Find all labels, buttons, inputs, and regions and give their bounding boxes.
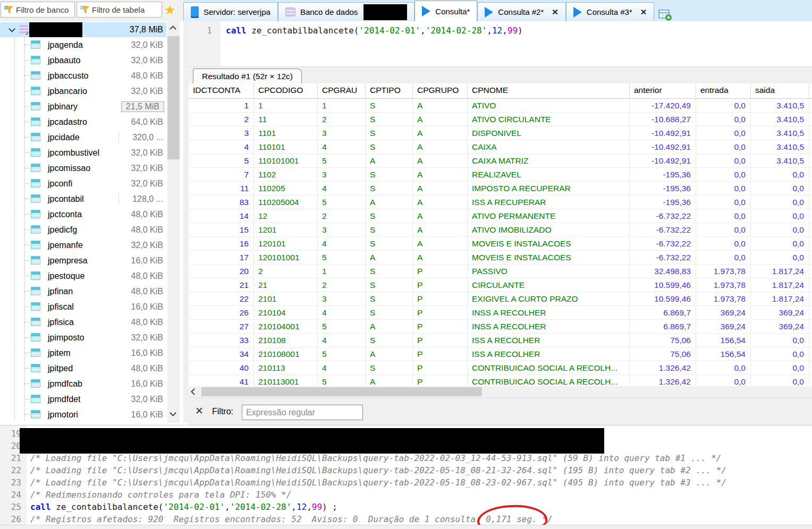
grid-cell[interactable]: -6.732,22: [630, 223, 696, 236]
tab-query-2[interactable]: Consulta #2*✕: [477, 2, 565, 21]
grid-cell[interactable]: 2: [254, 264, 318, 278]
table-row[interactable]: 171201010015AAMOVEIS E INSTALACOES-6.732…: [189, 251, 812, 264]
sql-log-panel[interactable]: 192021/* Loading file "C:\Users\jmcqu\Ap…: [0, 425, 812, 529]
grid-cell[interactable]: 369,24: [696, 306, 751, 319]
grid-cell[interactable]: 110205: [254, 182, 318, 195]
sidebar-item-jpbaauto[interactable]: jpbaauto32,0 KiB: [0, 53, 166, 68]
tab-query-3[interactable]: Consulta #3*✕: [566, 2, 654, 21]
grid-cell[interactable]: 40: [189, 361, 254, 374]
grid-cell[interactable]: 0,0: [696, 182, 751, 195]
grid-cell[interactable]: 34: [189, 347, 254, 361]
grid-cell[interactable]: A: [413, 154, 468, 167]
table-row[interactable]: 161201014SAMOVEIS E INSTALACOES-6.732,22…: [189, 237, 812, 251]
grid-cell[interactable]: 3.410,5: [751, 140, 809, 153]
chevron-down-icon[interactable]: [9, 25, 15, 32]
grid-cell[interactable]: A: [413, 237, 468, 250]
grid-cell[interactable]: 0,0: [751, 209, 809, 223]
grid-cell[interactable]: PASSIVO: [468, 264, 630, 278]
grid-cell[interactable]: 1: [318, 99, 366, 112]
grid-cell[interactable]: P: [413, 320, 468, 333]
grid-cell[interactable]: 1102: [254, 168, 318, 181]
sidebar-item-jpcontabil[interactable]: jpcontabil128,0 ...: [0, 191, 166, 207]
grid-cell[interactable]: 1: [254, 99, 318, 112]
grid-cell[interactable]: 156,54: [696, 347, 751, 361]
grid-cell[interactable]: S: [366, 237, 413, 250]
grid-cell[interactable]: 15: [189, 223, 254, 236]
table-row[interactable]: 311013SADISPONIVEL-10.492,910,03.410,5: [189, 126, 812, 140]
grid-cell[interactable]: CAIXA MATRIZ: [468, 154, 630, 167]
grid-cell[interactable]: 26: [189, 306, 254, 319]
grid-cell[interactable]: 0,0: [696, 223, 751, 236]
grid-cell[interactable]: 83: [189, 195, 254, 209]
sidebar-item-jpagenda[interactable]: jpagenda32,0 KiB: [0, 37, 166, 53]
column-header-cpgrau[interactable]: CPGRAU: [318, 83, 366, 98]
grid-cell[interactable]: S: [366, 361, 413, 374]
grid-cell[interactable]: 75,06: [630, 347, 696, 361]
grid-cell[interactable]: -195,36: [630, 182, 696, 195]
grid-cell[interactable]: 0,0: [751, 375, 809, 386]
grid-cell[interactable]: 0,0: [751, 347, 809, 361]
sidebar-item-jpcidade[interactable]: jpcidade320,0 ...: [0, 130, 166, 145]
grid-cell[interactable]: A: [413, 140, 468, 153]
grid-cell[interactable]: 4: [318, 182, 366, 195]
grid-cell[interactable]: A: [413, 168, 468, 181]
table-row[interactable]: 272101040015APINSS A RECOLHER6.869,7369,…: [189, 320, 812, 334]
sidebar-item-jpmdfcab[interactable]: jpmdfcab16,0 KiB: [0, 376, 166, 391]
grid-cell[interactable]: S: [366, 306, 413, 319]
grid-horizontal-scrollbar[interactable]: [189, 386, 812, 397]
grid-cell[interactable]: 11: [254, 113, 318, 126]
grid-cell[interactable]: A: [413, 251, 468, 264]
clear-filter-icon[interactable]: ✕: [195, 405, 204, 417]
grid-cell[interactable]: ATIVO: [468, 99, 630, 112]
grid-cell[interactable]: 0,0: [751, 195, 809, 209]
grid-cell[interactable]: 369,24: [751, 320, 809, 333]
grid-cell[interactable]: 5: [318, 195, 366, 209]
grid-cell[interactable]: 0,0: [696, 375, 751, 386]
table-row[interactable]: 711023SAREALIZAVEL-195,360,00,0: [189, 168, 812, 182]
grid-cell[interactable]: -10.492,91: [630, 154, 696, 167]
grid-cell[interactable]: 120101001: [254, 251, 318, 264]
grid-cell[interactable]: S: [366, 278, 413, 292]
grid-cell[interactable]: 0,0: [751, 251, 809, 264]
grid-cell[interactable]: S: [366, 223, 413, 236]
result-grid[interactable]: IDCTCONTACPCODIGOCPGRAUCPTIPOCPGRUPOCPNO…: [189, 83, 812, 386]
grid-cell[interactable]: 32.498,83: [630, 264, 696, 278]
table-row[interactable]: 831102050045AAISS A RECUPERAR-195,360,00…: [189, 195, 812, 209]
grid-cell[interactable]: 110205004: [254, 195, 318, 209]
grid-cell[interactable]: 33: [189, 334, 254, 347]
grid-cell[interactable]: INSS A RECOLHER: [468, 306, 630, 319]
table-filter-input[interactable]: [92, 5, 158, 14]
grid-cell[interactable]: -10.492,91: [630, 126, 696, 140]
grid-cell[interactable]: 156,54: [696, 334, 751, 347]
grid-cell[interactable]: 10.599,46: [630, 278, 696, 292]
sidebar-item-jpbinary[interactable]: jpbinary21,5 MiB: [0, 99, 166, 114]
grid-cell[interactable]: REALIZAVEL: [468, 168, 630, 181]
grid-cell[interactable]: 5: [318, 251, 366, 264]
grid-cell[interactable]: 6.869,7: [630, 306, 696, 319]
close-tab-icon[interactable]: ✕: [552, 7, 559, 17]
grid-cell[interactable]: 0,0: [696, 209, 751, 223]
grid-cell[interactable]: 3.410,5: [751, 113, 809, 126]
grid-cell[interactable]: 2101: [254, 292, 318, 305]
grid-cell[interactable]: -195,36: [630, 168, 696, 181]
column-header-cpgrupo[interactable]: CPGRUPO: [413, 83, 468, 98]
grid-cell[interactable]: 5: [318, 347, 366, 361]
grid-cell[interactable]: 3.410,5: [751, 99, 809, 112]
grid-cell[interactable]: P: [413, 278, 468, 292]
grid-cell[interactable]: ISS A RECOLHER: [468, 347, 630, 361]
grid-cell[interactable]: 1: [318, 264, 366, 278]
grid-cell[interactable]: 1.817,24: [751, 264, 809, 278]
grid-cell[interactable]: 2: [318, 278, 366, 292]
grid-cell[interactable]: -6.732,22: [630, 237, 696, 250]
grid-cell[interactable]: 2: [318, 113, 366, 126]
table-row[interactable]: 2221013SPEXIGIVEL A CURTO PRAZO10.599,46…: [189, 292, 812, 306]
grid-cell[interactable]: -6.732,22: [630, 251, 696, 264]
grid-cell[interactable]: S: [366, 99, 413, 112]
table-row[interactable]: 342101080015APISS A RECOLHER75,06156,540…: [189, 347, 812, 361]
database-tree-node[interactable]: 37,8 MiB: [0, 22, 166, 37]
grid-cell[interactable]: 4: [318, 334, 366, 347]
grid-cell[interactable]: 3: [318, 168, 366, 181]
grid-cell[interactable]: P: [413, 347, 468, 361]
sidebar-item-jpfinan[interactable]: jpfinan48,0 KiB: [0, 284, 166, 299]
grid-cell[interactable]: -10.492,91: [630, 140, 696, 153]
